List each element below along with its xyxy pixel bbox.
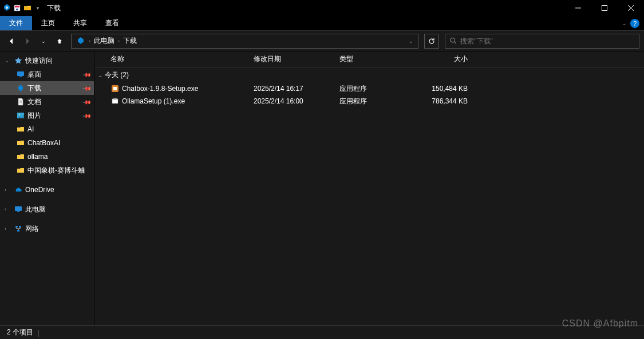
sidebar-item-label: OneDrive: [25, 186, 94, 194]
ribbon-tabs: 文件 主页 共享 查看 ⌄ ?: [0, 16, 644, 31]
star-icon: [14, 56, 23, 65]
sidebar-item-label: 下载: [27, 83, 81, 93]
file-row[interactable]: OllamaSetup (1).exe2025/2/14 16:00应用程序78…: [94, 95, 644, 107]
maximize-button[interactable]: [591, 0, 618, 16]
sidebar-item-label: 快速访问: [25, 56, 94, 66]
minimize-button[interactable]: [565, 0, 591, 16]
sidebar-documents[interactable]: 文档 📌: [0, 95, 94, 109]
svg-point-2: [451, 38, 455, 42]
exe-icon: [110, 84, 120, 93]
sidebar-folder-ai[interactable]: AI: [0, 122, 94, 136]
sidebar-item-label: 文档: [27, 97, 81, 107]
svg-rect-3: [17, 71, 24, 76]
svg-rect-4: [19, 76, 22, 77]
statusbar: 2 个项目 |: [0, 325, 644, 339]
desktop-icon: [16, 70, 25, 79]
qat-folder-icon[interactable]: [23, 3, 32, 13]
folder-icon: [16, 152, 25, 161]
documents-icon: [16, 97, 25, 106]
sidebar-item-label: 此电脑: [25, 205, 94, 214]
breadcrumb-pc[interactable]: 此电脑: [92, 36, 117, 46]
tab-file[interactable]: 文件: [0, 16, 32, 30]
search-input[interactable]: [460, 37, 634, 45]
address-dropdown-icon[interactable]: ⌄: [409, 38, 413, 44]
file-size: 150,484 KB: [406, 85, 472, 93]
sidebar-folder-ollama[interactable]: ollama: [0, 150, 94, 163]
file-type: 应用程序: [335, 97, 406, 106]
file-type: 应用程序: [335, 84, 406, 94]
sidebar-downloads[interactable]: 下载 📌: [0, 81, 94, 95]
sidebar-onedrive[interactable]: › OneDrive: [0, 183, 94, 197]
chevron-down-icon: ⌄: [98, 72, 102, 78]
exe-icon: [110, 97, 120, 106]
sidebar-this-pc[interactable]: › 此电脑: [0, 202, 94, 216]
status-count: 2 个项目: [7, 328, 33, 337]
qat-save-icon[interactable]: [13, 3, 22, 13]
file-date: 2025/2/14 16:17: [249, 85, 335, 93]
file-name: OllamaSetup (1).exe: [122, 97, 185, 105]
content-pane: 名称 修改日期 类型 大小 ⌄ 今天 (2) Chatbox-1.9.8-Set…: [94, 51, 644, 325]
sidebar-pictures[interactable]: 图片 📌: [0, 109, 94, 122]
sidebar: ⌄ 快速访问 桌面 📌 下载 📌 文档 📌 图片 📌 AI: [0, 51, 94, 325]
pin-icon: 📌: [82, 111, 92, 120]
sidebar-item-label: AI: [27, 125, 94, 133]
file-row[interactable]: Chatbox-1.9.8-Setup.exe2025/2/14 16:17应用…: [94, 82, 644, 95]
breadcrumb-downloads[interactable]: 下载: [121, 36, 139, 46]
network-icon: [14, 224, 23, 233]
svg-rect-8: [17, 211, 19, 212]
search-box[interactable]: [445, 34, 639, 49]
column-size[interactable]: 大小: [406, 54, 472, 64]
svg-point-6: [19, 114, 20, 115]
svg-rect-10: [19, 226, 21, 228]
svg-rect-7: [15, 206, 22, 211]
sidebar-folder-chess[interactable]: 中国象棋-赛博斗蛐: [0, 163, 94, 177]
file-date: 2025/2/14 16:00: [249, 97, 335, 105]
qat-dropdown-icon[interactable]: ▼: [33, 3, 42, 13]
back-button[interactable]: [5, 34, 18, 48]
up-button[interactable]: [53, 34, 66, 48]
ribbon-expand-icon[interactable]: ⌄: [622, 21, 627, 26]
refresh-button[interactable]: [424, 34, 439, 49]
onedrive-icon: [14, 185, 23, 194]
search-icon: [450, 37, 457, 45]
svg-rect-11: [17, 230, 19, 232]
chevron-right-icon[interactable]: ›: [5, 187, 11, 193]
svg-rect-13: [113, 87, 117, 90]
tab-share[interactable]: 共享: [64, 16, 96, 30]
chevron-right-icon[interactable]: ›: [5, 226, 11, 232]
close-button[interactable]: [618, 0, 644, 16]
recent-dropdown[interactable]: ⌄: [37, 34, 50, 48]
chevron-right-icon[interactable]: ›: [5, 206, 11, 212]
svg-rect-15: [113, 98, 117, 99]
sidebar-item-label: 图片: [27, 111, 81, 121]
group-header[interactable]: ⌄ 今天 (2): [94, 67, 644, 82]
sidebar-quick-access[interactable]: ⌄ 快速访问: [0, 54, 94, 67]
address-bar[interactable]: › 此电脑 › 下载 ⌄: [71, 34, 418, 49]
nav-row: ⌄ › 此电脑 › 下载 ⌄: [0, 31, 644, 51]
sidebar-desktop[interactable]: 桌面 📌: [0, 67, 94, 81]
pc-icon: [14, 205, 23, 214]
breadcrumb-sep-icon[interactable]: ›: [88, 38, 92, 44]
downloads-icon: [16, 83, 25, 93]
breadcrumb-sep-icon[interactable]: ›: [117, 38, 121, 44]
folder-icon: [16, 166, 25, 175]
sidebar-item-label: ChatBoxAI: [27, 139, 94, 147]
status-divider: |: [38, 329, 39, 337]
chevron-down-icon[interactable]: ⌄: [5, 58, 11, 63]
file-size: 786,344 KB: [406, 97, 472, 105]
column-type[interactable]: 类型: [335, 54, 406, 64]
tab-home[interactable]: 主页: [32, 16, 64, 30]
sidebar-folder-chatboxai[interactable]: ChatBoxAI: [0, 136, 94, 150]
sidebar-item-label: 网络: [25, 224, 94, 234]
sidebar-item-label: 桌面: [27, 70, 81, 79]
help-icon[interactable]: ?: [630, 19, 639, 28]
forward-button[interactable]: [21, 34, 34, 48]
column-name[interactable]: 名称: [106, 54, 249, 64]
file-name: Chatbox-1.9.8-Setup.exe: [122, 85, 198, 93]
sidebar-network[interactable]: › 网络: [0, 222, 94, 236]
pictures-icon: [16, 111, 25, 120]
column-date[interactable]: 修改日期: [249, 54, 335, 64]
tab-view[interactable]: 查看: [96, 16, 128, 30]
titlebar: ▼ 下载: [0, 0, 644, 16]
breadcrumb-root-icon[interactable]: [74, 37, 88, 46]
